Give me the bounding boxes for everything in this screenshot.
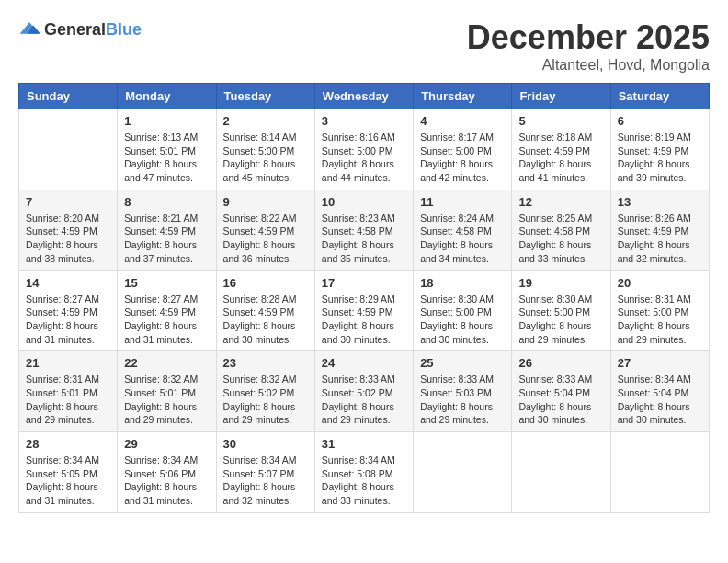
cell-content: Sunrise: 8:27 AMSunset: 4:59 PMDaylight:… (26, 293, 110, 347)
calendar-cell: 3Sunrise: 8:16 AMSunset: 5:00 PMDaylight… (314, 109, 413, 190)
calendar-cell: 6Sunrise: 8:19 AMSunset: 4:59 PMDaylight… (610, 109, 709, 190)
weekday-header-sunday: Sunday (19, 84, 118, 109)
weekday-header-tuesday: Tuesday (216, 84, 314, 109)
day-number: 29 (124, 437, 209, 451)
logo: GeneralBlue (18, 18, 142, 40)
calendar-cell: 5Sunrise: 8:18 AMSunset: 4:59 PMDaylight… (512, 109, 610, 190)
day-number: 17 (322, 276, 406, 290)
calendar-cell: 30Sunrise: 8:34 AMSunset: 5:07 PMDayligh… (216, 432, 314, 513)
cell-content: Sunrise: 8:30 AMSunset: 5:00 PMDaylight:… (518, 293, 603, 347)
calendar-cell (512, 432, 610, 513)
cell-content: Sunrise: 8:22 AMSunset: 4:59 PMDaylight:… (223, 212, 308, 266)
cell-content: Sunrise: 8:29 AMSunset: 4:59 PMDaylight:… (322, 293, 406, 347)
day-number: 22 (124, 356, 209, 370)
calendar-cell: 26Sunrise: 8:33 AMSunset: 5:04 PMDayligh… (512, 351, 610, 432)
cell-content: Sunrise: 8:34 AMSunset: 5:07 PMDaylight:… (223, 454, 308, 508)
day-number: 10 (322, 195, 406, 209)
cell-content: Sunrise: 8:21 AMSunset: 4:59 PMDaylight:… (124, 212, 209, 266)
day-number: 26 (518, 356, 603, 370)
calendar-cell: 29Sunrise: 8:34 AMSunset: 5:06 PMDayligh… (118, 432, 216, 513)
day-number: 16 (223, 276, 308, 290)
page-header: GeneralBlue December 2025 Altanteel, Hov… (18, 18, 710, 74)
cell-content: Sunrise: 8:16 AMSunset: 5:00 PMDaylight:… (322, 131, 406, 185)
cell-content: Sunrise: 8:23 AMSunset: 4:58 PMDaylight:… (322, 212, 406, 266)
calendar-cell: 7Sunrise: 8:20 AMSunset: 4:59 PMDaylight… (19, 190, 118, 270)
day-number: 19 (518, 276, 603, 290)
cell-content: Sunrise: 8:32 AMSunset: 5:01 PMDaylight:… (124, 373, 209, 427)
logo-icon (18, 18, 40, 40)
calendar-cell: 17Sunrise: 8:29 AMSunset: 4:59 PMDayligh… (314, 270, 413, 351)
calendar-week-row: 1Sunrise: 8:13 AMSunset: 5:01 PMDaylight… (19, 109, 710, 190)
calendar-cell: 9Sunrise: 8:22 AMSunset: 4:59 PMDaylight… (216, 190, 314, 270)
month-title: December 2025 (467, 18, 710, 57)
cell-content: Sunrise: 8:34 AMSunset: 5:05 PMDaylight:… (26, 454, 110, 508)
day-number: 30 (223, 437, 308, 451)
weekday-header-friday: Friday (512, 84, 610, 109)
calendar-cell: 12Sunrise: 8:25 AMSunset: 4:58 PMDayligh… (512, 190, 610, 270)
calendar-cell: 1Sunrise: 8:13 AMSunset: 5:01 PMDaylight… (118, 109, 216, 190)
calendar-week-row: 28Sunrise: 8:34 AMSunset: 5:05 PMDayligh… (19, 432, 710, 513)
calendar-cell: 24Sunrise: 8:33 AMSunset: 5:02 PMDayligh… (314, 351, 413, 432)
cell-content: Sunrise: 8:24 AMSunset: 4:58 PMDaylight:… (420, 212, 505, 266)
location: Altanteel, Hovd, Mongolia (467, 57, 710, 74)
cell-content: Sunrise: 8:13 AMSunset: 5:01 PMDaylight:… (124, 131, 209, 185)
cell-content: Sunrise: 8:34 AMSunset: 5:06 PMDaylight:… (124, 454, 209, 508)
day-number: 31 (322, 437, 406, 451)
calendar-cell: 16Sunrise: 8:28 AMSunset: 4:59 PMDayligh… (216, 270, 314, 351)
logo-text-general: General (44, 20, 106, 39)
calendar-cell: 10Sunrise: 8:23 AMSunset: 4:58 PMDayligh… (314, 190, 413, 270)
weekday-header-thursday: Thursday (414, 84, 512, 109)
calendar-cell: 11Sunrise: 8:24 AMSunset: 4:58 PMDayligh… (414, 190, 512, 270)
cell-content: Sunrise: 8:31 AMSunset: 5:00 PMDaylight:… (618, 293, 702, 347)
weekday-header-row: SundayMondayTuesdayWednesdayThursdayFrid… (19, 84, 710, 109)
day-number: 28 (26, 437, 110, 451)
calendar-cell: 20Sunrise: 8:31 AMSunset: 5:00 PMDayligh… (610, 270, 709, 351)
day-number: 6 (618, 114, 702, 128)
weekday-header-wednesday: Wednesday (314, 84, 413, 109)
calendar-cell: 21Sunrise: 8:31 AMSunset: 5:01 PMDayligh… (19, 351, 118, 432)
calendar-week-row: 7Sunrise: 8:20 AMSunset: 4:59 PMDaylight… (19, 190, 710, 270)
day-number: 15 (124, 276, 209, 290)
title-block: December 2025 Altanteel, Hovd, Mongolia (467, 18, 710, 74)
weekday-header-monday: Monday (118, 84, 216, 109)
day-number: 18 (420, 276, 505, 290)
day-number: 2 (223, 114, 308, 128)
day-number: 13 (618, 195, 702, 209)
calendar-cell: 14Sunrise: 8:27 AMSunset: 4:59 PMDayligh… (19, 270, 118, 351)
calendar-cell: 8Sunrise: 8:21 AMSunset: 4:59 PMDaylight… (118, 190, 216, 270)
calendar-cell: 18Sunrise: 8:30 AMSunset: 5:00 PMDayligh… (414, 270, 512, 351)
cell-content: Sunrise: 8:31 AMSunset: 5:01 PMDaylight:… (26, 373, 110, 427)
calendar-cell: 27Sunrise: 8:34 AMSunset: 5:04 PMDayligh… (610, 351, 709, 432)
calendar-table: SundayMondayTuesdayWednesdayThursdayFrid… (18, 83, 710, 513)
cell-content: Sunrise: 8:20 AMSunset: 4:59 PMDaylight:… (26, 212, 110, 266)
calendar-cell: 25Sunrise: 8:33 AMSunset: 5:03 PMDayligh… (414, 351, 512, 432)
day-number: 11 (420, 195, 505, 209)
cell-content: Sunrise: 8:26 AMSunset: 4:59 PMDaylight:… (618, 212, 702, 266)
day-number: 5 (518, 114, 603, 128)
calendar-cell: 23Sunrise: 8:32 AMSunset: 5:02 PMDayligh… (216, 351, 314, 432)
calendar-cell (19, 109, 118, 190)
cell-content: Sunrise: 8:27 AMSunset: 4:59 PMDaylight:… (124, 293, 209, 347)
cell-content: Sunrise: 8:17 AMSunset: 5:00 PMDaylight:… (420, 131, 505, 185)
calendar-cell: 4Sunrise: 8:17 AMSunset: 5:00 PMDaylight… (414, 109, 512, 190)
weekday-header-saturday: Saturday (610, 84, 709, 109)
calendar-cell: 15Sunrise: 8:27 AMSunset: 4:59 PMDayligh… (118, 270, 216, 351)
logo-text-blue: Blue (106, 20, 142, 39)
calendar-cell (414, 432, 512, 513)
day-number: 7 (26, 195, 110, 209)
day-number: 4 (420, 114, 505, 128)
day-number: 25 (420, 356, 505, 370)
calendar-week-row: 14Sunrise: 8:27 AMSunset: 4:59 PMDayligh… (19, 270, 710, 351)
cell-content: Sunrise: 8:34 AMSunset: 5:04 PMDaylight:… (618, 373, 702, 427)
day-number: 23 (223, 356, 308, 370)
cell-content: Sunrise: 8:18 AMSunset: 4:59 PMDaylight:… (518, 131, 603, 185)
calendar-cell: 28Sunrise: 8:34 AMSunset: 5:05 PMDayligh… (19, 432, 118, 513)
calendar-cell: 13Sunrise: 8:26 AMSunset: 4:59 PMDayligh… (610, 190, 709, 270)
cell-content: Sunrise: 8:25 AMSunset: 4:58 PMDaylight:… (518, 212, 603, 266)
cell-content: Sunrise: 8:33 AMSunset: 5:04 PMDaylight:… (518, 373, 603, 427)
day-number: 1 (124, 114, 209, 128)
calendar-cell (610, 432, 709, 513)
day-number: 12 (518, 195, 603, 209)
day-number: 3 (322, 114, 406, 128)
day-number: 27 (618, 356, 702, 370)
